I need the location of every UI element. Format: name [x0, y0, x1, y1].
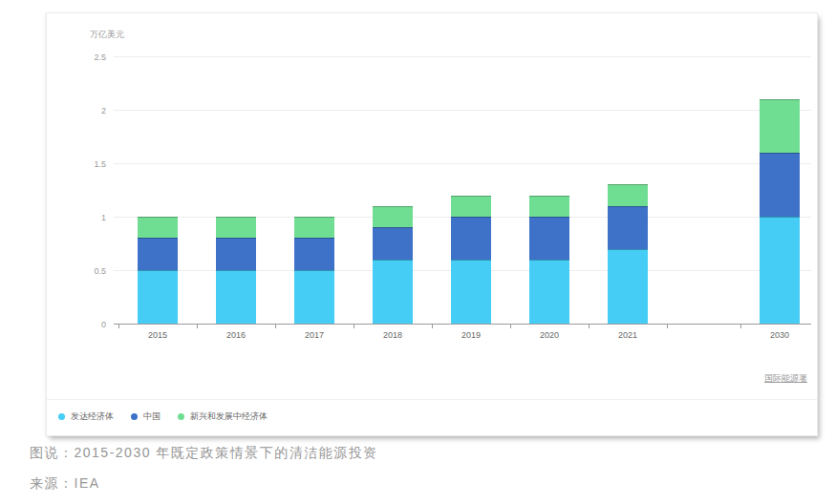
x-axis-tick	[589, 324, 589, 328]
x-axis-tick	[510, 324, 511, 328]
legend-label: 新兴和发展中经济体	[190, 410, 268, 423]
x-axis-label-2018: 2018	[383, 330, 402, 340]
x-axis-label-2015: 2015	[148, 330, 167, 340]
bar-segment-2018-新兴和发展中经济体	[373, 206, 413, 227]
bar-segment-2020-发达经济体	[529, 260, 569, 324]
bar-segment-2030-发达经济体	[760, 217, 800, 324]
bar-segment-2016-新兴和发展中经济体	[216, 217, 256, 238]
bar-segment-2018-中国	[373, 227, 413, 260]
gridline	[114, 163, 811, 164]
legend-dot-icon	[178, 413, 184, 420]
legend-item-发达经济体[interactable]: 发达经济体	[58, 410, 114, 423]
plot-area: 00.511.522.52015201620172018201920202021…	[47, 13, 817, 405]
bar-segment-2015-发达经济体	[138, 270, 178, 324]
x-axis-label-2020: 2020	[540, 330, 559, 340]
bar-segment-2017-新兴和发展中经济体	[294, 217, 334, 238]
credits-link[interactable]: 国际能源署	[764, 372, 807, 385]
bar-segment-2018-发达经济体	[373, 260, 413, 324]
legend-label: 发达经济体	[71, 410, 114, 423]
bar-segment-2021-新兴和发展中经济体	[608, 184, 648, 205]
legend-item-新兴和发展中经济体[interactable]: 新兴和发展中经济体	[178, 410, 268, 423]
legend: 发达经济体中国新兴和发展中经济体	[58, 405, 268, 428]
x-axis-tick	[275, 324, 276, 328]
bar-segment-2017-发达经济体	[294, 270, 334, 324]
y-axis-tick-label: 0.5	[74, 266, 106, 276]
bar-segment-2019-新兴和发展中经济体	[451, 196, 491, 217]
legend-item-中国[interactable]: 中国	[131, 410, 161, 423]
x-axis-tick	[667, 324, 668, 328]
y-axis-tick-label: 1.5	[74, 159, 106, 169]
chart-card: 万亿美元 00.511.522.520152016201720182019202…	[46, 12, 818, 436]
y-axis-tick-label: 2	[74, 106, 106, 116]
figure-caption: 图说：2015-2030 年既定政策情景下的清洁能源投资	[30, 445, 378, 462]
y-axis-tick-label: 0	[74, 320, 106, 329]
bar-segment-2019-中国	[451, 217, 491, 260]
bar-segment-2021-发达经济体	[608, 249, 648, 324]
gridline	[114, 56, 811, 57]
bar-segment-2020-中国	[529, 217, 569, 260]
bar-segment-2030-中国	[760, 153, 800, 217]
y-axis-tick-label: 2.5	[74, 52, 106, 62]
bar-segment-2021-中国	[608, 206, 648, 249]
y-axis-tick-label: 1	[74, 213, 106, 222]
article-page: 万亿美元 00.511.522.520152016201720182019202…	[0, 0, 836, 504]
bar-segment-2030-新兴和发展中经济体	[760, 99, 800, 153]
legend-label: 中国	[143, 410, 161, 423]
x-axis-tick	[354, 324, 354, 328]
x-axis-line	[114, 324, 811, 325]
x-axis-tick	[740, 324, 741, 328]
bar-segment-2016-中国	[216, 238, 256, 270]
legend-divider	[47, 399, 817, 400]
x-axis-tick	[118, 324, 119, 328]
x-axis-label-2016: 2016	[226, 330, 246, 340]
x-axis-tick	[197, 324, 198, 328]
bar-segment-2019-发达经济体	[451, 260, 491, 324]
x-axis-label-2019: 2019	[461, 330, 481, 340]
legend-dot-icon	[58, 413, 65, 420]
bar-segment-2016-发达经济体	[216, 270, 256, 324]
bar-segment-2015-新兴和发展中经济体	[138, 217, 178, 238]
bar-segment-2017-中国	[294, 238, 334, 270]
x-axis-label-2017: 2017	[305, 330, 324, 340]
bar-segment-2015-中国	[138, 238, 178, 270]
legend-dot-icon	[131, 413, 138, 420]
gridline	[114, 110, 811, 111]
x-axis-tick	[432, 324, 433, 328]
x-axis-label-2021: 2021	[618, 330, 637, 340]
figure-source: 来源：IEA	[30, 475, 100, 493]
bar-segment-2020-新兴和发展中经济体	[529, 196, 569, 217]
x-axis-label-2030: 2030	[770, 330, 789, 340]
